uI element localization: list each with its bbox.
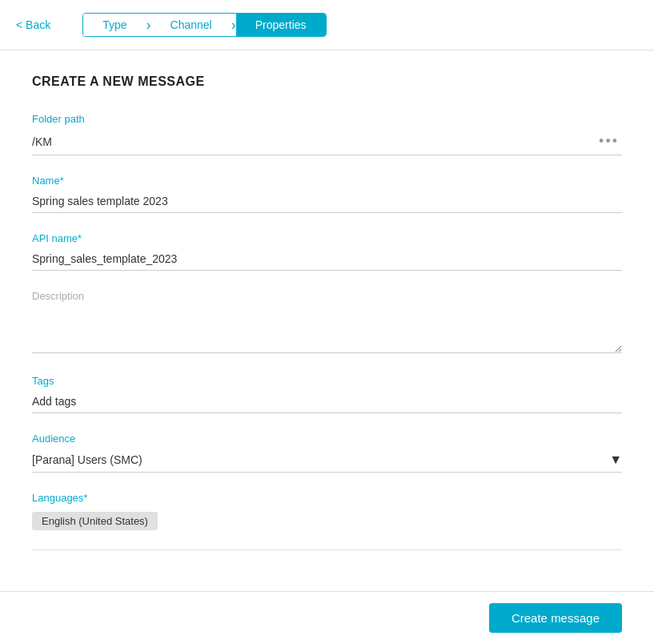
step-properties[interactable]: Properties — [236, 14, 326, 36]
description-group: Description — [32, 290, 622, 356]
back-link[interactable]: < Back — [16, 18, 50, 31]
description-label: Description — [32, 290, 622, 302]
api-name-label: API name* — [32, 232, 622, 244]
folder-path-group: Folder path /KM ••• — [32, 113, 622, 155]
languages-label: Languages* — [32, 492, 622, 504]
audience-dropdown[interactable]: [Parana] Users (SMC) ▼ — [32, 448, 622, 473]
footer-bar: Create message — [0, 591, 654, 644]
divider — [32, 549, 622, 550]
folder-path-label: Folder path — [32, 113, 622, 125]
api-name-input[interactable] — [32, 248, 622, 271]
folder-path-value: /KM — [32, 135, 52, 148]
audience-group: Audience [Parana] Users (SMC) ▼ — [32, 433, 622, 473]
description-textarea[interactable] — [32, 305, 622, 353]
folder-path-dots-button[interactable]: ••• — [596, 133, 622, 150]
language-tag: English (United States) — [32, 512, 158, 530]
audience-label: Audience — [32, 433, 622, 445]
api-name-group: API name* — [32, 232, 622, 271]
tags-group: Tags — [32, 375, 622, 413]
dropdown-arrow-icon: ▼ — [609, 453, 622, 467]
page-title: CREATE A NEW MESSAGE — [32, 74, 622, 89]
tags-label: Tags — [32, 375, 622, 387]
languages-group: Languages* English (United States) — [32, 492, 622, 550]
create-message-button[interactable]: Create message — [489, 603, 622, 633]
folder-path-value-row: /KM ••• — [32, 128, 622, 155]
tags-input[interactable] — [32, 390, 622, 413]
main-content: CREATE A NEW MESSAGE Folder path /KM •••… — [0, 50, 654, 634]
name-label: Name* — [32, 175, 622, 187]
name-input[interactable] — [32, 190, 622, 213]
step-type[interactable]: Type — [83, 14, 146, 36]
top-bar: < Back Type › Channel › Properties — [0, 0, 654, 50]
step-channel[interactable]: Channel — [151, 14, 231, 36]
stepper: Type › Channel › Properties — [82, 13, 326, 37]
audience-value: [Parana] Users (SMC) — [32, 453, 142, 466]
name-group: Name* — [32, 175, 622, 213]
